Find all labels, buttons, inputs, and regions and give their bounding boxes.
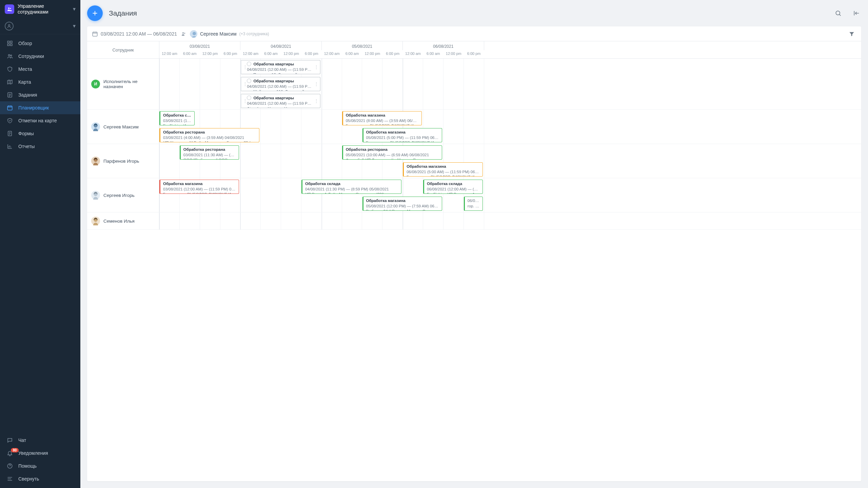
sidebar-item-badge[interactable]: Отметки на карте (0, 114, 80, 127)
collapse-panel-button[interactable] (852, 8, 861, 18)
sidebar-item-checklist[interactable]: Задания (0, 88, 80, 101)
task-location: Гипермаркет РЫБОЛОВ-ДИСКОНТ ИП Галузо /… (366, 140, 439, 142)
sidebar-item-form[interactable]: Формы (0, 127, 80, 140)
task-card[interactable]: Обработка ресторана03/08/2021 (11:30 AM)… (180, 145, 239, 160)
svg-point-13 (836, 11, 840, 15)
scheduler-row: Парфенов ИгорьОбработка ресторана03/08/2… (87, 144, 861, 178)
drag-handle-icon[interactable]: ⋮⋮ (317, 60, 320, 74)
sidebar-item-label: Формы (18, 131, 34, 136)
task-card[interactable]: 06/08/…гор. ок… (464, 197, 483, 211)
time-slot-header: 6:00 am (423, 50, 443, 58)
selected-avatar (190, 30, 197, 38)
sidebar-item-dashboard[interactable]: Обзор (0, 37, 80, 50)
employee-cell[interactable]: Семенов Илья (87, 212, 159, 229)
time-slot-header: 12:00 am (240, 50, 261, 58)
task-card[interactable]: ⋮⋮Обработка квартиры04/08/2021 (12:00 AM… (240, 77, 320, 91)
sidebar-item-label: Планировщик (18, 105, 49, 110)
task-time: 05/08/2021 (12:00 PM) — (7:59 AM) 06/08/… (366, 204, 439, 209)
day-header: 05/08/2021 (322, 41, 402, 50)
task-location: ул. Пушкина, 16, Ленинский р-н, гор. окр… (247, 72, 314, 74)
task-card[interactable]: Обработка склада03/08/2021 (12:00 A…FoxF… (159, 111, 195, 125)
app-name: Управление сотрудниками (18, 3, 65, 15)
time-slot-header: 6:00 pm (464, 50, 484, 58)
task-location: Airpark, ул. Николая Никонова, гор. окру… (247, 106, 314, 108)
svg-rect-6 (11, 44, 12, 45)
drag-handle-icon[interactable]: ⋮⋮ (241, 94, 245, 108)
search-button[interactable] (833, 8, 843, 18)
sidebar-item-shield[interactable]: Места (0, 63, 80, 76)
task-title: Обработка склада (163, 113, 192, 118)
svg-point-1 (10, 8, 11, 9)
task-card[interactable]: Обработка магазина05/08/2021 (12:00 PM) … (362, 197, 442, 211)
task-time: 04/08/2021 (12:00 AM) — (11:59 PM) 04/0… (247, 101, 314, 106)
task-title: Обработка магазина (346, 113, 419, 118)
add-button[interactable] (87, 5, 103, 21)
scheduler-row: Сергеев МаксимОбработка склада03/08/2021… (87, 110, 861, 144)
additional-employees: (+3 сотрудника) (239, 32, 269, 36)
scheduler-board: 03/08/2021 12:00 AM — 06/08/2021 Сергеев… (87, 26, 861, 481)
day-header: 06/08/2021 (403, 41, 484, 50)
task-title: Обработка склада (305, 181, 398, 187)
task-card[interactable]: Обработка ресторана03/08/2021 (4:00 AM) … (159, 128, 259, 142)
sidebar-item-people[interactable]: Сотрудники (0, 50, 80, 63)
task-card[interactable]: Обработка магазина05/08/2021 (8:00 AM) —… (342, 111, 422, 125)
task-card[interactable]: Обработка ресторана05/08/2021 (10:00 AM)… (342, 145, 442, 160)
task-card[interactable]: Обработка магазина03/08/2021 (12:00 AM) … (159, 180, 239, 194)
task-card[interactable]: ⋮⋮Обработка квартиры04/08/2021 (12:00 AM… (240, 60, 320, 74)
sidebar-item-chart[interactable]: Отчеты (0, 140, 80, 153)
task-card[interactable]: Обработка магазина06/08/2021 (5:00 AM) —… (403, 162, 482, 177)
task-title: Обработка магазина (407, 164, 479, 169)
time-slot-header: 6:00 am (180, 50, 200, 58)
task-time: 05/08/2021 (5:00 PM) — (11:59 PM) 06/08/… (366, 135, 439, 141)
user-icon (5, 22, 14, 30)
drag-handle-icon[interactable]: ⋮⋮ (241, 77, 245, 91)
sidebar-item-chat[interactable]: Чат (0, 434, 80, 447)
sidebar-item-label: Карта (18, 79, 31, 85)
task-card[interactable]: Обработка магазина05/08/2021 (5:00 PM) —… (362, 128, 442, 142)
sidebar-item-bell[interactable]: Уведомления80 (0, 447, 80, 460)
scheduler-grid[interactable]: Сотрудник 03/08/202104/08/202105/08/2021… (87, 41, 861, 481)
task-card[interactable]: Обработка склада04/08/2021 (11:30 PM) — … (301, 180, 401, 194)
task-location: гор. ок… (468, 204, 480, 209)
svg-rect-3 (7, 41, 9, 43)
employee-cell[interactable]: Парфенов Игорь (87, 144, 159, 178)
people-icon (6, 53, 14, 59)
sidebar-item-map[interactable]: Карта (0, 76, 80, 88)
employee-cell[interactable]: Сергеев Игорь (87, 178, 159, 212)
sidebar-item-label: Свернуть (18, 476, 39, 482)
dashboard-icon (6, 40, 14, 46)
column-header-employee: Сотрудник (87, 41, 159, 58)
task-time: 03/08/2021 (12:00 AM) — (11:59 PM) 03/08… (163, 187, 236, 192)
app-selector[interactable]: Управление сотрудниками ▾ (0, 0, 80, 18)
time-slot-header: 12:00 am (403, 50, 423, 58)
checklist-icon (6, 92, 14, 98)
collapse-icon (6, 476, 14, 482)
drag-handle-icon[interactable]: ⋮⋮ (241, 60, 245, 74)
employee-cell[interactable]: ИИсполнитель не назначен (87, 59, 159, 109)
employee-filter[interactable]: Сергеев Максим (+3 сотрудника) (180, 30, 269, 38)
sidebar: Управление сотрудниками ▾ ▾ ОбзорСотрудн… (0, 0, 80, 488)
drag-handle-icon[interactable]: ⋮⋮ (317, 94, 320, 108)
employee-name: Исполнитель не назначен (103, 79, 155, 89)
svg-point-7 (8, 54, 10, 56)
profile-selector[interactable]: ▾ (0, 18, 80, 34)
employee-cell[interactable]: Сергеев Максим (87, 110, 159, 144)
task-card[interactable]: ⋮⋮Обработка квартиры04/08/2021 (12:00 AM… (240, 94, 320, 108)
task-time: 06/08/2021 (5:00 AM) — (11:59 PM) 06/08/… (407, 169, 479, 175)
filter-button[interactable] (847, 29, 856, 39)
task-title: Обработка склада (427, 181, 480, 187)
app-icon (5, 4, 14, 14)
time-slot-header: 12:00 pm (200, 50, 220, 58)
sidebar-item-help[interactable]: Помощь (0, 460, 80, 472)
calendar-icon (6, 105, 14, 111)
sidebar-item-collapse[interactable]: Свернуть (0, 472, 80, 485)
chart-icon (6, 143, 14, 149)
task-location: Рыболов 24 // Россия, Москва, Северо-Вос… (366, 209, 439, 211)
form-icon (6, 130, 14, 137)
sidebar-item-calendar[interactable]: Планировщик (0, 101, 80, 114)
drag-handle-icon[interactable]: ⋮⋮ (317, 77, 320, 91)
date-range-picker[interactable]: 03/08/2021 12:00 AM — 06/08/2021 (92, 31, 177, 37)
task-card[interactable]: Обработка склада06/08/2021 (12:00 AM) — … (423, 180, 483, 194)
svg-rect-4 (11, 41, 12, 43)
sidebar-item-label: Задания (18, 92, 37, 98)
